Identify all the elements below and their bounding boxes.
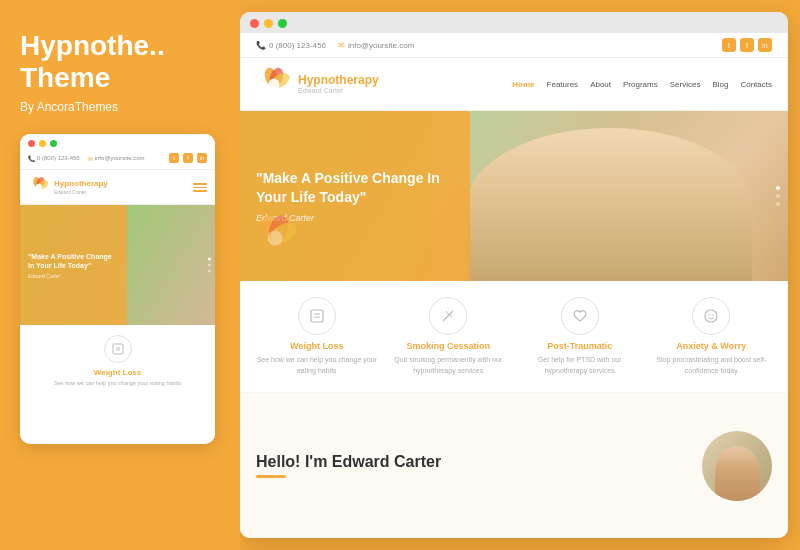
- smoking-cessation-desc: Quit smoking permanently with our hypnot…: [388, 355, 510, 376]
- theme-subtitle: By AncoraThemes: [20, 100, 220, 114]
- feature-weight-loss: Weight Loss See how we can help you chan…: [256, 297, 378, 376]
- mobile-logo: Hypnotherapy Edward Carter: [28, 176, 108, 198]
- mobile-hero-dots: [208, 258, 211, 273]
- mobile-feature-section: Weight Loss See how we can help you chan…: [20, 325, 215, 398]
- feature-smoking-cessation: Smoking Cessation Quit smoking permanent…: [388, 297, 510, 376]
- mobile-mockup: 📞 0 (800) 123-456 ✉ info@yoursite.com t …: [20, 134, 215, 444]
- desktop-chrome: [240, 12, 788, 33]
- desktop-instagram-icon: in: [758, 38, 772, 52]
- nav-blog[interactable]: Blog: [712, 80, 728, 89]
- post-traumatic-title: Post-Traumatic: [547, 341, 612, 351]
- theme-title: Hypnothe.. Theme: [20, 30, 220, 94]
- phone-icon: 📞: [28, 155, 35, 162]
- nav-home[interactable]: Home: [512, 80, 534, 89]
- left-panel: Hypnothe.. Theme By AncoraThemes 📞 0 (80…: [0, 0, 240, 550]
- desktop-mockup: 📞 0 (800) 123-456 ✉ info@yoursite.com t …: [240, 12, 788, 538]
- desktop-nav: Hypnotherapy Edward Carter Home Features…: [240, 58, 788, 111]
- smoking-cessation-title: Smoking Cessation: [406, 341, 490, 351]
- chrome-dot-red: [250, 19, 259, 28]
- desktop-contact-bar: 📞 0 (800) 123-456 ✉ info@yoursite.com t …: [240, 33, 788, 58]
- desktop-facebook-icon: f: [740, 38, 754, 52]
- desktop-social-icons: t f in: [722, 38, 772, 52]
- hello-title: Hello! I'm Edward Carter: [256, 453, 688, 471]
- mobile-dot-red: [28, 140, 35, 147]
- post-traumatic-desc: Get help for PTSD with our hypnotherapy …: [519, 355, 641, 376]
- desktop-hero-flower-decoration: [250, 213, 300, 271]
- mobile-hero-overlay: "Make A Positive Change In Your Life Tod…: [20, 205, 127, 325]
- twitter-icon: t: [169, 153, 179, 163]
- svg-point-20: [708, 314, 710, 316]
- weight-loss-icon: [298, 297, 336, 335]
- feature-anxiety-worry: Anxiety & Worry Stop procrastinating and…: [651, 297, 773, 376]
- mobile-logo-text: Hypnotherapy Edward Carter: [54, 180, 108, 195]
- desktop-logo: Hypnotherapy Edward Carter: [256, 66, 379, 102]
- nav-features[interactable]: Features: [547, 80, 579, 89]
- mobile-logo-flower-icon: [28, 176, 50, 198]
- email-icon: ✉: [88, 155, 93, 162]
- anxiety-worry-icon: [692, 297, 730, 335]
- mobile-dot-yellow: [39, 140, 46, 147]
- hamburger-menu-icon[interactable]: [193, 183, 207, 192]
- nav-services[interactable]: Services: [670, 80, 701, 89]
- desktop-hero-dots: [776, 186, 780, 206]
- mobile-hero-quote: "Make A Positive Change In Your Life Tod…: [28, 252, 119, 270]
- svg-point-10: [269, 79, 280, 90]
- hello-underline: [256, 475, 286, 478]
- mobile-weight-loss-icon: [104, 335, 132, 363]
- post-traumatic-icon: [561, 297, 599, 335]
- chrome-dot-green: [278, 19, 287, 28]
- mobile-social-icons: t f in: [169, 153, 207, 163]
- anxiety-worry-title: Anxiety & Worry: [676, 341, 746, 351]
- desktop-phone-icon: 📞: [256, 41, 266, 50]
- mobile-header: Hypnotherapy Edward Carter: [20, 170, 215, 205]
- anxiety-worry-desc: Stop procrastinating and boost self-conf…: [651, 355, 773, 376]
- desktop-features-section: Weight Loss See how we can help you chan…: [240, 281, 788, 393]
- desktop-twitter-icon: t: [722, 38, 736, 52]
- mobile-feature-desc: See how we can help you change your eati…: [54, 380, 181, 388]
- smoking-cessation-icon: [429, 297, 467, 335]
- chrome-dot-yellow: [264, 19, 273, 28]
- edward-carter-head-shape: [715, 446, 760, 501]
- desktop-logo-flower-icon: [256, 66, 292, 102]
- weight-loss-title: Weight Loss: [290, 341, 343, 351]
- nav-about[interactable]: About: [590, 80, 611, 89]
- desktop-logo-text-block: Hypnotherapy Edward Carter: [298, 74, 379, 94]
- right-panel: 📞 0 (800) 123-456 ✉ info@yoursite.com t …: [240, 0, 800, 550]
- mobile-dots: [28, 140, 207, 147]
- mobile-email: ✉ info@yoursite.com: [88, 155, 145, 162]
- svg-point-21: [712, 314, 714, 316]
- feature-post-traumatic: Post-Traumatic Get help for PTSD with ou…: [519, 297, 641, 376]
- mobile-hero: "Make A Positive Change In Your Life Tod…: [20, 205, 215, 325]
- mobile-phone: 📞 0 (800) 123-456: [28, 155, 80, 162]
- desktop-hero: "Make A Positive Change In Your Life Tod…: [240, 111, 788, 281]
- desktop-hero-quote: "Make A Positive Change In Your Life Tod…: [256, 169, 454, 207]
- desktop-email-icon: ✉: [338, 41, 345, 50]
- desktop-nav-links: Home Features About Programs Services Bl…: [512, 80, 772, 89]
- weight-loss-desc: See how we can help you change your eati…: [256, 355, 378, 376]
- hello-text-block: Hello! I'm Edward Carter: [256, 453, 688, 478]
- desktop-phone: 📞 0 (800) 123-456: [256, 41, 326, 50]
- desktop-email: ✉ info@yoursite.com: [338, 41, 414, 50]
- svg-point-14: [268, 231, 283, 246]
- instagram-icon: in: [197, 153, 207, 163]
- mobile-feature-title: Weight Loss: [94, 368, 141, 377]
- nav-programs[interactable]: Programs: [623, 80, 658, 89]
- svg-point-3: [36, 184, 43, 191]
- edward-carter-photo: [702, 431, 772, 501]
- facebook-icon: f: [183, 153, 193, 163]
- mobile-contact-bar: 📞 0 (800) 123-456 ✉ info@yoursite.com t …: [28, 151, 207, 165]
- desktop-hero-woman-photo: [432, 111, 788, 281]
- svg-rect-15: [311, 310, 323, 322]
- nav-contacts[interactable]: Contacts: [740, 80, 772, 89]
- svg-line-18: [443, 311, 453, 321]
- desktop-hello-section: Hello! I'm Edward Carter: [240, 393, 788, 538]
- svg-point-19: [705, 310, 717, 322]
- mobile-top-bar: 📞 0 (800) 123-456 ✉ info@yoursite.com t …: [20, 134, 215, 170]
- svg-rect-4: [113, 344, 123, 354]
- mobile-hero-author: Edward Carter: [28, 273, 119, 279]
- mobile-dot-green: [50, 140, 57, 147]
